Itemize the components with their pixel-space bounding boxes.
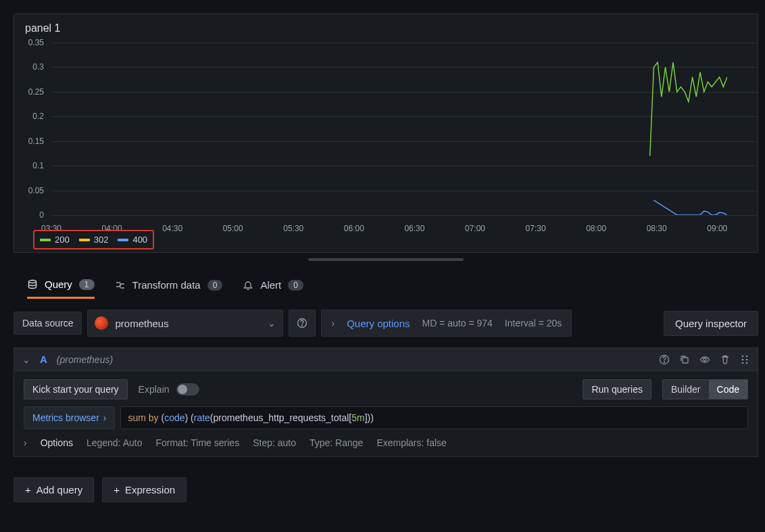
legend-label: 400 [132, 235, 147, 245]
chart: 00.050.10.150.20.250.30.35 03:3004:0004:… [14, 43, 758, 252]
query-datasource: (prometheus) [57, 354, 113, 365]
chevron-down-icon: ⌄ [268, 318, 276, 329]
tab-alert[interactable]: Alert 0 [243, 273, 303, 298]
svg-point-10 [746, 358, 748, 360]
run-queries-button[interactable]: Run queries [583, 379, 651, 400]
query-options-row[interactable]: › Options Legend: Auto Format: Time seri… [24, 437, 748, 452]
chevron-right-icon: › [103, 412, 107, 423]
panel: panel 1 00.050.10.150.20.250.30.35 03:30… [14, 14, 758, 253]
tab-label: Transform data [132, 279, 201, 291]
explain-toggle[interactable] [176, 383, 199, 395]
svg-point-8 [746, 355, 748, 357]
legend-swatch [40, 239, 51, 241]
tab-badge: 1 [79, 279, 95, 290]
option-exemplars: Exemplars: false [376, 437, 446, 448]
help-button[interactable] [289, 310, 316, 337]
metrics-browser-button[interactable]: Metrics browser › [24, 406, 115, 429]
legend-swatch [118, 239, 128, 241]
legend-label: 200 [55, 235, 70, 245]
panel-title: panel 1 [14, 14, 758, 43]
prometheus-icon [95, 316, 108, 330]
legend-swatch [79, 239, 90, 241]
tab-label: Query [45, 279, 72, 290]
query-options-link[interactable]: Query options [347, 318, 410, 329]
mode-code[interactable]: Code [709, 380, 747, 399]
option-step: Step: auto [253, 437, 296, 448]
query-header: ⌄ A (prometheus) [14, 347, 758, 371]
trash-icon[interactable] [720, 354, 731, 365]
option-format: Format: Time series [155, 437, 239, 448]
chevron-right-icon: › [24, 437, 27, 448]
mode-builder[interactable]: Builder [663, 380, 709, 399]
tab-badge: 0 [207, 280, 223, 291]
chart-legend: 200302400 [33, 230, 154, 249]
query-options-md: MD = auto = 974 [422, 318, 493, 329]
query-editor[interactable]: sum by (code) (rate(prometheus_http_requ… [120, 406, 748, 429]
tab-transform[interactable]: Transform data 0 [115, 273, 223, 298]
option-legend: Legend: Auto [87, 437, 143, 448]
query-options-interval: Interval = 20s [505, 318, 562, 329]
add-expression-button[interactable]: +Expression [102, 477, 187, 502]
svg-point-0 [29, 280, 36, 283]
option-type: Type: Range [310, 437, 363, 448]
tabs: Query 1 Transform data 0 Alert 0 [14, 273, 758, 299]
options-label: Options [41, 437, 73, 448]
legend-item[interactable]: 400 [118, 235, 147, 245]
chevron-down-icon[interactable]: ⌄ [22, 354, 30, 365]
svg-point-11 [742, 362, 744, 364]
legend-item[interactable]: 200 [40, 235, 70, 245]
query-letter: A [40, 354, 47, 365]
svg-point-7 [742, 355, 744, 357]
datasource-name: prometheus [115, 318, 261, 329]
legend-item[interactable]: 302 [79, 235, 109, 245]
kick-start-button[interactable]: Kick start your query [24, 379, 128, 400]
explain-toggle-group: Explain [139, 383, 199, 395]
svg-point-9 [742, 358, 744, 360]
explain-label: Explain [139, 384, 170, 395]
legend-label: 302 [94, 235, 109, 245]
add-query-button[interactable]: +Add query [14, 477, 94, 502]
query-inspector-button[interactable]: Query inspector [664, 311, 758, 336]
plus-icon: + [25, 484, 31, 495]
mode-toggle: Builder Code [662, 379, 748, 400]
tab-label: Alert [260, 279, 281, 291]
query-options[interactable]: › Query options MD = auto = 974 Interval… [321, 310, 572, 337]
question-icon [297, 318, 307, 329]
svg-point-12 [746, 362, 748, 364]
plus-icon: + [114, 484, 120, 495]
database-icon [27, 279, 38, 290]
bell-icon [243, 280, 253, 291]
drag-handle-icon[interactable] [740, 354, 749, 365]
question-icon[interactable] [659, 354, 670, 365]
svg-point-6 [704, 358, 706, 361]
datasource-label: Data source [14, 312, 82, 335]
svg-point-2 [302, 325, 303, 326]
transform-icon [115, 280, 126, 291]
chevron-right-icon: › [331, 318, 335, 329]
tab-badge: 0 [288, 280, 303, 291]
svg-point-4 [664, 362, 665, 362]
resize-handle[interactable] [308, 258, 464, 261]
tab-query[interactable]: Query 1 [27, 273, 95, 299]
eye-icon[interactable] [699, 354, 710, 365]
copy-icon[interactable] [679, 354, 690, 365]
datasource-select[interactable]: prometheus ⌄ [87, 310, 283, 337]
svg-rect-5 [683, 358, 688, 363]
